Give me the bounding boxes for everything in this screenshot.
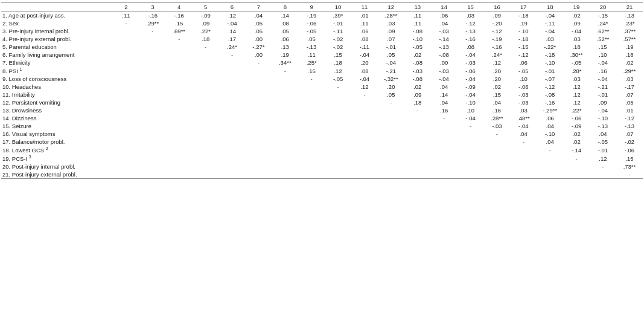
row-label: 3. Pre-injury internal probl. — [1, 27, 113, 35]
cell-value: .07 — [378, 35, 404, 43]
table-row: 9. Loss of consciousness--.05-.04-.32**-… — [1, 75, 643, 83]
cell-value: .18 — [404, 99, 431, 106]
cell-value — [272, 163, 298, 170]
cell-value: -.05 — [563, 59, 590, 66]
cell-value — [219, 122, 246, 130]
cell-value: - — [616, 170, 643, 179]
cell-value: .14 — [219, 27, 246, 35]
cell-value: .24* — [483, 51, 510, 59]
cell-value — [351, 130, 378, 138]
cell-value: .30** — [563, 51, 590, 59]
cell-value: -.13 — [616, 11, 643, 20]
cell-value: .28** — [378, 11, 404, 20]
cell-value: -.11 — [325, 27, 351, 35]
cell-value — [113, 51, 139, 59]
cell-value: .15 — [298, 66, 325, 75]
cell-value — [166, 91, 193, 99]
col-6: 6 — [219, 3, 246, 11]
cell-value — [219, 66, 246, 75]
cell-value — [166, 170, 193, 179]
cell-value — [113, 138, 139, 146]
cell-value: -.01 — [325, 19, 351, 27]
cell-value: .24* — [590, 19, 616, 27]
cell-value — [351, 114, 378, 122]
cell-value — [298, 170, 325, 179]
cell-value: -.04 — [590, 59, 616, 66]
cell-value: .20 — [483, 75, 510, 83]
row-label: 12. Persistent vomiting — [1, 99, 113, 106]
cell-value — [351, 122, 378, 130]
cell-value — [166, 130, 193, 138]
row-label: 7. Ethnicity — [1, 59, 113, 66]
cell-value — [193, 91, 219, 99]
cell-value — [245, 99, 272, 106]
cell-value: -.05 — [590, 138, 616, 146]
cell-value: - — [563, 154, 590, 163]
cell-value: .04 — [245, 11, 272, 20]
col-12: 12 — [378, 3, 404, 11]
cell-value: .03 — [510, 106, 537, 114]
col-4: 4 — [166, 3, 193, 11]
cell-value: .12 — [351, 83, 378, 91]
cell-value: .10 — [590, 51, 616, 59]
cell-value — [139, 154, 166, 163]
cell-value: - — [590, 163, 616, 170]
cell-value — [193, 99, 219, 106]
cell-value — [272, 146, 298, 154]
cell-value — [139, 138, 166, 146]
cell-value: .09 — [193, 19, 219, 27]
col-8: 8 — [272, 3, 298, 11]
cell-value: .00 — [245, 35, 272, 43]
cell-value: -.13 — [298, 43, 325, 51]
cell-value: -.21 — [590, 83, 616, 91]
cell-value — [325, 146, 351, 154]
cell-value — [139, 130, 166, 138]
cell-value — [219, 91, 246, 99]
cell-value — [325, 99, 351, 106]
cell-value: .05 — [245, 27, 272, 35]
cell-value — [404, 163, 431, 170]
cell-value: -.08 — [404, 27, 431, 35]
cell-value: .62** — [590, 27, 616, 35]
cell-value — [113, 99, 139, 106]
cell-value: -.12 — [537, 83, 563, 91]
cell-value — [457, 146, 484, 154]
cell-value: -.27* — [245, 43, 272, 51]
cell-value: -.16 — [457, 35, 484, 43]
cell-value — [245, 146, 272, 154]
cell-value — [378, 130, 404, 138]
cell-value — [378, 146, 404, 154]
cell-value: .12 — [563, 91, 590, 99]
cell-value: .29** — [616, 66, 643, 75]
cell-value: .03 — [378, 19, 404, 27]
cell-value — [245, 170, 272, 179]
table-row: 13. Drowsiness-.16.10.16.03-.29**.22*-.0… — [1, 106, 643, 114]
cell-value: .09 — [378, 27, 404, 35]
row-label: 18. Lowest GCS 2 — [1, 146, 113, 154]
cell-value — [404, 122, 431, 130]
row-label: 4. Pre-injury external probl. — [1, 35, 113, 43]
cell-value: -.16 — [139, 11, 166, 20]
cell-value — [272, 99, 298, 106]
cell-value: .02 — [404, 83, 431, 91]
cell-value: -.11 — [351, 43, 378, 51]
cell-value — [483, 146, 510, 154]
cell-value — [457, 163, 484, 170]
cell-value: -.32** — [378, 75, 404, 83]
cell-value — [193, 122, 219, 130]
cell-value: .04 — [510, 130, 537, 138]
cell-value — [272, 75, 298, 83]
cell-value: -.06 — [457, 66, 484, 75]
cell-value: -.08 — [404, 75, 431, 83]
cell-value: - — [193, 43, 219, 51]
cell-value: .28* — [563, 66, 590, 75]
col-2: 2 — [113, 3, 139, 11]
cell-value: -.18 — [510, 11, 537, 20]
cell-value: .08 — [351, 35, 378, 43]
cell-value — [193, 59, 219, 66]
cell-value — [272, 83, 298, 91]
cell-value: .15 — [325, 51, 351, 59]
cell-value — [298, 138, 325, 146]
cell-value — [219, 114, 246, 122]
cell-value — [431, 122, 457, 130]
